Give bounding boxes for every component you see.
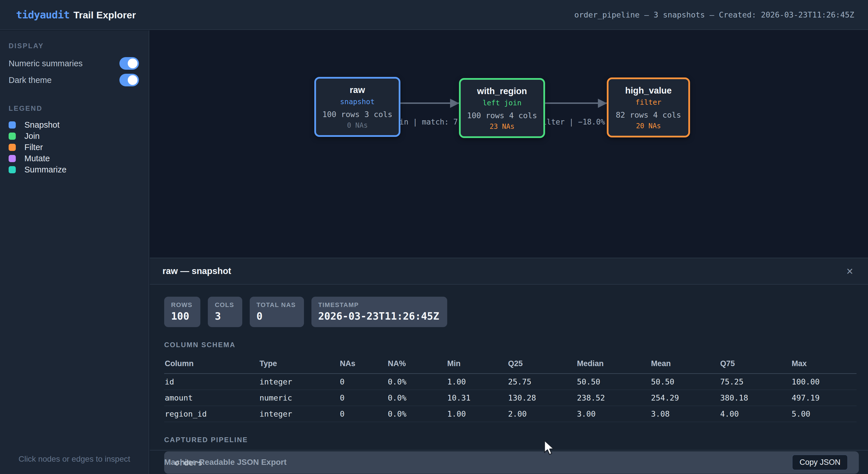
schema-section-heading: COLUMN SCHEMA	[164, 341, 857, 349]
cell: numeric	[259, 390, 339, 406]
stat-card-timestamp: TIMESTAMP 2026-03-23T11:26:45Z	[311, 297, 447, 327]
col-header: Min	[446, 356, 507, 374]
cell: 0	[339, 374, 387, 390]
stat-value: 100	[171, 311, 192, 322]
legend-item-mutate: Mutate	[9, 153, 139, 164]
edge-label-join[interactable]: join | match: 7	[391, 118, 458, 126]
col-header: Column	[164, 356, 259, 374]
numeric-summaries-label: Numeric summaries	[9, 59, 83, 68]
stat-label: ROWS	[171, 301, 192, 309]
cell: 50.50	[650, 374, 720, 390]
cell: integer	[259, 374, 339, 390]
node-high-value[interactable]: high_value filter 82 rows 4 cols 20 NAs	[607, 77, 690, 137]
cell: 0	[339, 406, 387, 422]
col-header: NAs	[339, 356, 387, 374]
app-logo: tidyaudit Trail Explorer	[16, 9, 136, 21]
toggle-knob	[128, 59, 137, 68]
numeric-summaries-toggle[interactable]	[119, 57, 139, 70]
cell: 0.0%	[387, 390, 446, 406]
toggle-row-dark-theme: Dark theme	[9, 73, 139, 87]
cell: 75.25	[720, 374, 791, 390]
cell: 50.50	[577, 374, 650, 390]
node-raw[interactable]: raw snapshot 100 rows 3 cols 0 NAs	[314, 77, 400, 137]
cell: region_id	[164, 406, 259, 422]
edge-label-filter[interactable]: filter | −18.0%	[538, 118, 605, 126]
close-icon[interactable]: ×	[846, 265, 853, 277]
schema-header-row: Column Type NAs NA% Min Q25 Median Mean …	[164, 356, 857, 374]
node-na-count: 20 NAs	[611, 122, 685, 130]
mutate-swatch	[9, 155, 16, 162]
node-dimensions: 100 rows 3 cols	[319, 110, 396, 119]
column-schema-table: Column Type NAs NA% Min Q25 Median Mean …	[164, 356, 857, 422]
legend-label: Snapshot	[24, 120, 60, 130]
cell: 10.31	[446, 390, 507, 406]
cell: 1.00	[446, 406, 507, 422]
toggle-knob	[128, 75, 137, 85]
legend-label: Mutate	[24, 154, 50, 163]
cell: 0	[339, 390, 387, 406]
copy-json-button[interactable]: Copy JSON	[792, 454, 848, 470]
mouse-cursor	[544, 440, 558, 457]
stat-label: TOTAL NAS	[257, 301, 296, 309]
table-row: amount numeric 0 0.0% 10.31 130.28 238.5…	[164, 390, 857, 406]
snapshot-swatch	[9, 121, 16, 129]
col-header: Median	[577, 356, 650, 374]
cell: amount	[164, 390, 259, 406]
cell: 130.28	[507, 390, 577, 406]
cell: 380.18	[720, 390, 791, 406]
cell: 1.00	[446, 374, 507, 390]
col-header: Q75	[720, 356, 791, 374]
col-header: Mean	[650, 356, 720, 374]
toggle-row-numeric-summaries: Numeric summaries	[9, 57, 139, 70]
node-title: with_region	[464, 86, 540, 96]
legend-label: Join	[24, 131, 40, 141]
detail-panel-header: raw — snapshot ×	[150, 258, 868, 285]
json-export-label: Machine-Readable JSON Export	[164, 457, 286, 467]
col-header: NA%	[387, 356, 446, 374]
cell: id	[164, 374, 259, 390]
table-row: id integer 0 0.0% 1.00 25.75 50.50 50.50…	[164, 374, 857, 390]
dark-theme-label: Dark theme	[9, 75, 52, 85]
cell: 4.00	[720, 406, 791, 422]
stat-label: TIMESTAMP	[318, 301, 439, 309]
table-row: region_id integer 0 0.0% 1.00 2.00 3.00 …	[164, 406, 857, 422]
node-with-region[interactable]: with_region left join 100 rows 4 cols 23…	[459, 78, 545, 138]
node-title: raw	[319, 85, 396, 95]
detail-panel-title: raw — snapshot	[162, 266, 231, 276]
edge-join-arrowhead	[450, 99, 459, 108]
stat-card-row: ROWS 100 COLS 3 TOTAL NAS 0 TIMESTAMP 20…	[164, 297, 857, 327]
legend-item-join: Join	[9, 131, 139, 142]
app-header: tidyaudit Trail Explorer order_pipeline …	[0, 0, 868, 30]
edge-filter-arrowhead	[598, 99, 607, 108]
cell: 497.19	[791, 390, 857, 406]
stat-value: 3	[215, 311, 234, 322]
json-export-bar: Machine-Readable JSON Export Copy JSON	[150, 450, 868, 474]
detail-panel: raw — snapshot × ROWS 100 COLS 3 TOTAL N…	[150, 258, 868, 474]
brand-name: tidyaudit	[16, 9, 69, 21]
cell: 25.75	[507, 374, 577, 390]
col-header: Q25	[507, 356, 577, 374]
node-na-count: 0 NAs	[319, 121, 396, 129]
cell: 254.29	[650, 390, 720, 406]
col-header: Max	[791, 356, 857, 374]
cell: integer	[259, 406, 339, 422]
node-op-type: filter	[611, 98, 685, 106]
edge-filter-line[interactable]	[545, 102, 607, 104]
legend-item-summarize: Summarize	[9, 164, 139, 175]
legend-item-snapshot: Snapshot	[9, 119, 139, 131]
cell: 0.0%	[387, 406, 446, 422]
summarize-swatch	[9, 166, 16, 173]
cell: 3.00	[577, 406, 650, 422]
cell: 100.00	[791, 374, 857, 390]
node-op-type: snapshot	[319, 98, 396, 106]
cell: 2.00	[507, 406, 577, 422]
legend-section-heading: LEGEND	[9, 104, 139, 113]
cell: 238.52	[577, 390, 650, 406]
cell: 5.00	[791, 406, 857, 422]
filter-swatch	[9, 144, 16, 151]
pipeline-canvas[interactable]: join | match: 7 filter | −18.0% raw snap…	[150, 30, 868, 258]
legend-label: Summarize	[24, 165, 67, 175]
dark-theme-toggle[interactable]	[119, 74, 139, 86]
node-dimensions: 100 rows 4 cols	[464, 111, 540, 120]
legend-item-filter: Filter	[9, 142, 139, 153]
